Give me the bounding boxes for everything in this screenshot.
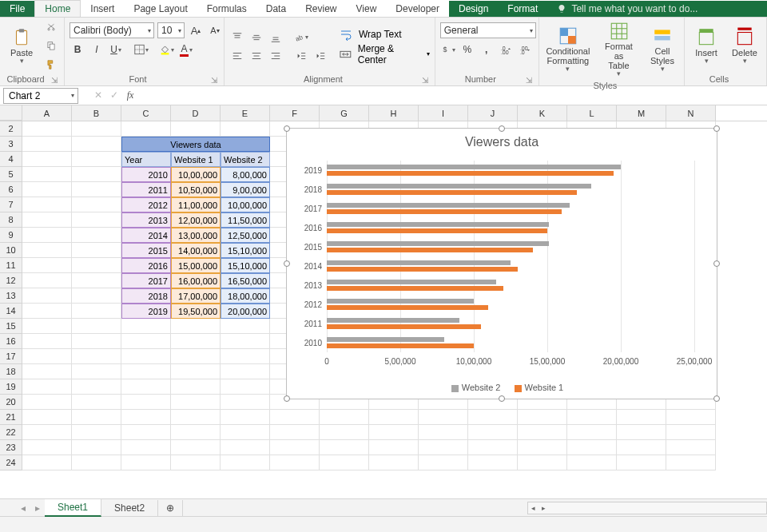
cell[interactable]: [121, 334, 171, 349]
cell[interactable]: [121, 395, 171, 410]
cell[interactable]: [171, 121, 221, 137]
cell[interactable]: [72, 304, 121, 319]
new-sheet-button[interactable]: ⊕: [158, 500, 183, 516]
cell[interactable]: [617, 425, 666, 440]
chart-handle-n[interactable]: [499, 125, 505, 132]
align-left-button[interactable]: [229, 48, 245, 64]
chart-handle-s[interactable]: [499, 395, 505, 402]
cell[interactable]: 11,00,000: [171, 197, 221, 212]
sheet-nav-first[interactable]: ◂: [16, 502, 30, 514]
cell[interactable]: [369, 425, 419, 440]
decrease-indent-button[interactable]: [293, 48, 309, 64]
cell[interactable]: [320, 455, 369, 470]
cell[interactable]: [419, 410, 468, 425]
group-label-clipboard[interactable]: Clipboard: [5, 73, 59, 85]
sheet-tab-2[interactable]: Sheet2: [101, 500, 158, 516]
cell[interactable]: [72, 425, 121, 440]
column-header[interactable]: N: [666, 105, 716, 121]
column-header[interactable]: K: [518, 105, 567, 121]
column-header[interactable]: D: [171, 105, 221, 121]
cell[interactable]: 2014: [121, 228, 171, 243]
cell[interactable]: 2018: [121, 288, 171, 304]
cell[interactable]: [72, 197, 121, 212]
cell[interactable]: [666, 410, 716, 425]
cell[interactable]: [171, 410, 221, 425]
cell[interactable]: 18,00,000: [221, 288, 270, 304]
cell[interactable]: [22, 364, 72, 379]
increase-font-button[interactable]: A▴: [188, 22, 204, 38]
cell[interactable]: [221, 349, 270, 364]
cell[interactable]: [419, 455, 468, 470]
table-header-cell[interactable]: Website 2: [221, 152, 270, 167]
name-box[interactable]: Chart 2: [3, 88, 78, 104]
cell[interactable]: [270, 425, 320, 440]
chart-handle-sw[interactable]: [284, 395, 290, 402]
cell[interactable]: [72, 243, 121, 258]
cell[interactable]: 10,00,000: [221, 197, 270, 212]
cell[interactable]: [171, 349, 221, 364]
orientation-button[interactable]: ab: [293, 30, 309, 46]
align-top-button[interactable]: [229, 30, 245, 46]
chart-bar[interactable]: [327, 260, 511, 265]
cell[interactable]: [468, 425, 518, 440]
cell[interactable]: [567, 425, 617, 440]
cell[interactable]: [270, 410, 320, 425]
cell[interactable]: 16,00,000: [171, 273, 221, 288]
chart-bar[interactable]: [327, 286, 503, 291]
underline-button[interactable]: U: [108, 42, 124, 58]
row-header[interactable]: 9: [0, 228, 22, 243]
cell[interactable]: 2015: [121, 243, 171, 258]
row-header[interactable]: 18: [0, 364, 22, 379]
row-header[interactable]: 14: [0, 304, 22, 319]
cell[interactable]: [72, 334, 121, 349]
row-header[interactable]: 23: [0, 440, 22, 455]
row-header[interactable]: 3: [0, 137, 22, 152]
italic-button[interactable]: I: [89, 42, 105, 58]
cell[interactable]: [22, 121, 72, 137]
cell[interactable]: 20,00,000: [221, 304, 270, 319]
row-header[interactable]: 17: [0, 349, 22, 364]
tab-chart-design[interactable]: Design: [449, 1, 498, 17]
cell[interactable]: 11,50,000: [221, 212, 270, 228]
cell[interactable]: [468, 455, 518, 470]
cell[interactable]: [22, 212, 72, 228]
cell[interactable]: [72, 121, 121, 137]
chart-bar[interactable]: [327, 280, 496, 284]
cell[interactable]: [121, 379, 171, 395]
insert-function-button[interactable]: fx: [123, 89, 137, 101]
chart-bar[interactable]: [327, 209, 562, 214]
cell[interactable]: [221, 319, 270, 334]
column-header[interactable]: A: [22, 105, 72, 121]
cell[interactable]: [369, 410, 419, 425]
cell[interactable]: [72, 319, 121, 334]
cell[interactable]: [567, 410, 617, 425]
wrap-text-button[interactable]: Wrap Text: [340, 28, 430, 41]
cell[interactable]: 2010: [121, 167, 171, 182]
tab-review[interactable]: Review: [296, 1, 346, 17]
cell[interactable]: 15,10,000: [221, 243, 270, 258]
increase-decimal-button[interactable]: .0.00: [498, 42, 514, 58]
cell[interactable]: [567, 455, 617, 470]
row-header[interactable]: 2: [0, 121, 22, 137]
cell[interactable]: 14,00,000: [171, 243, 221, 258]
chart-title[interactable]: Viewers data: [287, 129, 717, 154]
font-name-combo[interactable]: Calibri (Body): [70, 22, 154, 38]
cell[interactable]: [221, 395, 270, 410]
delete-cells-button[interactable]: Delete▾: [728, 26, 761, 67]
cell-styles-button[interactable]: Cell Styles▾: [646, 24, 679, 75]
cell[interactable]: [419, 425, 468, 440]
cell[interactable]: [22, 152, 72, 167]
chart-handle-ne[interactable]: [713, 125, 720, 132]
cell[interactable]: 15,00,000: [171, 258, 221, 273]
cell[interactable]: [72, 349, 121, 364]
font-size-combo[interactable]: 10: [157, 22, 185, 38]
cell[interactable]: [22, 455, 72, 470]
cell[interactable]: [22, 425, 72, 440]
conditional-formatting-button[interactable]: Conditional Formatting▾: [544, 24, 592, 75]
cell[interactable]: [617, 440, 666, 455]
cell[interactable]: [22, 349, 72, 364]
cell[interactable]: [72, 137, 121, 152]
chart-plot-area[interactable]: 05,00,00010,00,00015,00,00020,00,00025,0…: [295, 161, 701, 351]
tab-insert[interactable]: Insert: [81, 1, 124, 17]
cell[interactable]: [121, 319, 171, 334]
